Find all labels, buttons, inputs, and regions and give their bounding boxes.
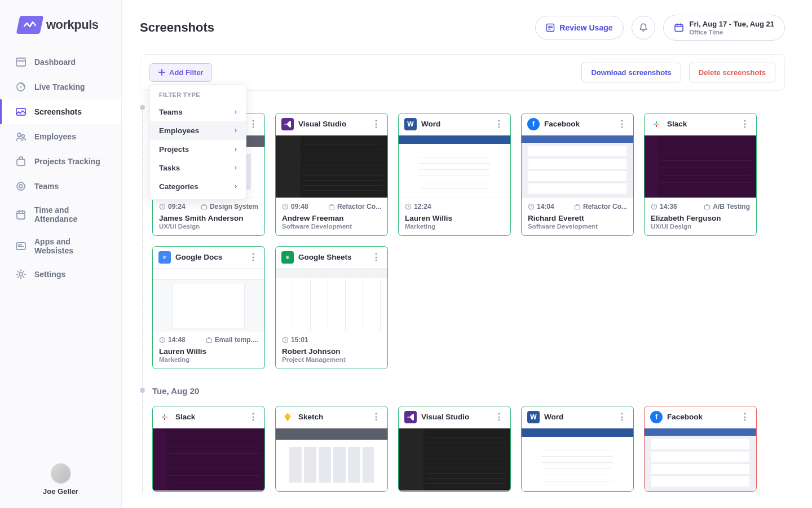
card-app-name: Google Docs bbox=[175, 253, 243, 261]
card-time: 14:36 bbox=[660, 203, 677, 211]
filter-option-projects[interactable]: Projects› bbox=[150, 140, 246, 159]
card-more-button[interactable]: ⋮ bbox=[248, 119, 259, 129]
delete-screenshots-button[interactable]: Delete screenshots bbox=[689, 63, 775, 82]
calendar-icon bbox=[674, 23, 684, 33]
briefcase-icon bbox=[201, 203, 208, 210]
sidebar-item-screenshots[interactable]: Screenshots bbox=[0, 99, 121, 124]
card-more-button[interactable]: ⋮ bbox=[616, 119, 628, 129]
clock-icon bbox=[405, 203, 412, 210]
svg-rect-29 bbox=[206, 339, 211, 343]
screenshot-card[interactable]: Google Sheets ⋮ 15:01Robert JohnsonProje… bbox=[275, 246, 388, 369]
screenshot-card[interactable]: Sketch ⋮ bbox=[275, 406, 388, 492]
notifications-button[interactable] bbox=[632, 16, 655, 40]
card-app-name: Facebook bbox=[667, 413, 735, 421]
chevron-right-icon: › bbox=[235, 182, 237, 190]
sidebar-item-live-tracking[interactable]: Live Tracking bbox=[0, 75, 121, 99]
nav-icon bbox=[15, 81, 27, 93]
nav-label: Live Tracking bbox=[34, 82, 85, 91]
main: Screenshots Review Usage Fri, Aug 17 - T… bbox=[122, 0, 812, 508]
screenshot-card[interactable]: Slack ⋮ 14:36A/B TestingElizabeth Fergus… bbox=[644, 113, 757, 236]
add-filter-button[interactable]: Add Filter bbox=[149, 63, 212, 82]
user-footer[interactable]: Joe Geller bbox=[0, 454, 121, 508]
svg-rect-32 bbox=[162, 417, 164, 418]
card-more-button[interactable]: ⋮ bbox=[616, 411, 628, 422]
card-team: Project Management bbox=[282, 356, 381, 363]
nav-label: Teams bbox=[34, 182, 59, 191]
filter-option-employees[interactable]: Employees› bbox=[150, 121, 246, 140]
screenshot-card[interactable]: Visual Studio ⋮ bbox=[398, 406, 511, 492]
filter-dropdown-title: FILTER TYPE bbox=[150, 91, 246, 103]
plus-icon bbox=[158, 68, 166, 76]
clock-icon bbox=[159, 336, 166, 343]
card-more-button[interactable]: ⋮ bbox=[370, 411, 382, 422]
date-range-picker[interactable]: Fri, Aug 17 - Tue, Aug 21 Office Time bbox=[663, 15, 785, 41]
card-screenshot bbox=[399, 428, 510, 491]
card-more-button[interactable]: ⋮ bbox=[493, 411, 505, 422]
screenshot-card[interactable]: Google Docs ⋮ 14:48Email temp....Lauren … bbox=[152, 246, 265, 369]
date-range-sub: Office Time bbox=[690, 29, 774, 36]
filter-option-label: Projects bbox=[159, 145, 189, 154]
google-docs-icon bbox=[158, 251, 171, 264]
card-team: UX/UI Design bbox=[651, 223, 750, 230]
sidebar-item-employees[interactable]: Employees bbox=[0, 124, 121, 149]
sidebar-item-dashboard[interactable]: Dashboard bbox=[0, 50, 121, 75]
user-name: Joe Geller bbox=[0, 487, 121, 496]
card-screenshot bbox=[153, 428, 264, 491]
card-more-button[interactable]: ⋮ bbox=[248, 252, 259, 262]
filter-option-label: Employees bbox=[159, 126, 199, 135]
logo[interactable]: workpuls bbox=[0, 0, 121, 46]
chevron-right-icon: › bbox=[235, 164, 237, 172]
logo-mark-icon bbox=[16, 16, 44, 34]
sidebar-item-teams[interactable]: Teams bbox=[0, 174, 121, 199]
screenshot-card[interactable]: Visual Studio ⋮ 09:48Refactor Co...Andre… bbox=[275, 113, 388, 236]
svg-point-4 bbox=[17, 133, 21, 137]
svg-point-7 bbox=[17, 182, 25, 190]
download-screenshots-button[interactable]: Download screenshots bbox=[581, 63, 681, 82]
card-screenshot bbox=[153, 268, 264, 331]
screenshot-card[interactable]: Slack ⋮ bbox=[152, 406, 265, 492]
sidebar-item-time-and-attendance[interactable]: Time and Attendance bbox=[0, 199, 121, 230]
card-more-button[interactable]: ⋮ bbox=[493, 119, 505, 129]
card-more-button[interactable]: ⋮ bbox=[248, 411, 259, 422]
screenshot-card[interactable]: W Word ⋮ 12:24Lauren WillisMarketing bbox=[398, 113, 511, 236]
review-usage-button[interactable]: Review Usage bbox=[535, 16, 623, 40]
filter-option-categories[interactable]: Categories› bbox=[150, 177, 246, 196]
slack-icon bbox=[158, 411, 171, 423]
svg-rect-6 bbox=[17, 159, 25, 165]
card-team: Software Development bbox=[282, 223, 381, 230]
card-team: Software Development bbox=[528, 223, 627, 230]
card-task: Email temp.... bbox=[215, 336, 258, 344]
card-person: Andrew Freeman bbox=[282, 214, 381, 222]
sidebar-item-projects-tracking[interactable]: Projects Tracking bbox=[0, 149, 121, 174]
card-app-name: Word bbox=[421, 120, 489, 128]
sidebar-item-settings[interactable]: Settings bbox=[0, 262, 121, 287]
card-app-name: Visual Studio bbox=[421, 413, 489, 421]
filter-option-tasks[interactable]: Tasks› bbox=[150, 159, 246, 177]
screenshot-card[interactable]: f Facebook ⋮ 14:04Refactor Co...Richard … bbox=[521, 113, 634, 236]
bell-icon bbox=[638, 23, 648, 33]
card-more-button[interactable]: ⋮ bbox=[739, 119, 751, 129]
clock-icon bbox=[159, 203, 166, 210]
card-app-name: Facebook bbox=[544, 120, 612, 128]
nav: DashboardLive TrackingScreenshotsEmploye… bbox=[0, 46, 121, 454]
svg-point-11 bbox=[19, 273, 23, 276]
sidebar-item-apps-and-websistes[interactable]: Apps and Websistes bbox=[0, 230, 121, 262]
day-header bbox=[152, 102, 785, 103]
facebook-icon: f bbox=[650, 411, 663, 423]
screenshot-card[interactable]: W Word ⋮ bbox=[521, 406, 634, 492]
svg-rect-23 bbox=[656, 121, 657, 124]
card-task: Design System bbox=[210, 203, 258, 211]
nav-label: Employees bbox=[34, 132, 76, 141]
nav-icon bbox=[15, 131, 27, 142]
list-icon bbox=[546, 23, 555, 32]
card-more-button[interactable]: ⋮ bbox=[739, 411, 751, 422]
filter-option-label: Teams bbox=[159, 108, 183, 116]
screenshot-grid: Slack ⋮ Sketch ⋮ Visual Studio ⋮ W bbox=[152, 406, 785, 492]
card-more-button[interactable]: ⋮ bbox=[370, 252, 382, 262]
card-app-name: Visual Studio bbox=[298, 120, 366, 128]
card-screenshot bbox=[276, 135, 387, 198]
card-more-button[interactable]: ⋮ bbox=[370, 119, 382, 129]
screenshot-card[interactable]: f Facebook ⋮ bbox=[644, 406, 757, 492]
filter-option-teams[interactable]: Teams› bbox=[150, 103, 246, 121]
svg-rect-13 bbox=[675, 24, 683, 31]
